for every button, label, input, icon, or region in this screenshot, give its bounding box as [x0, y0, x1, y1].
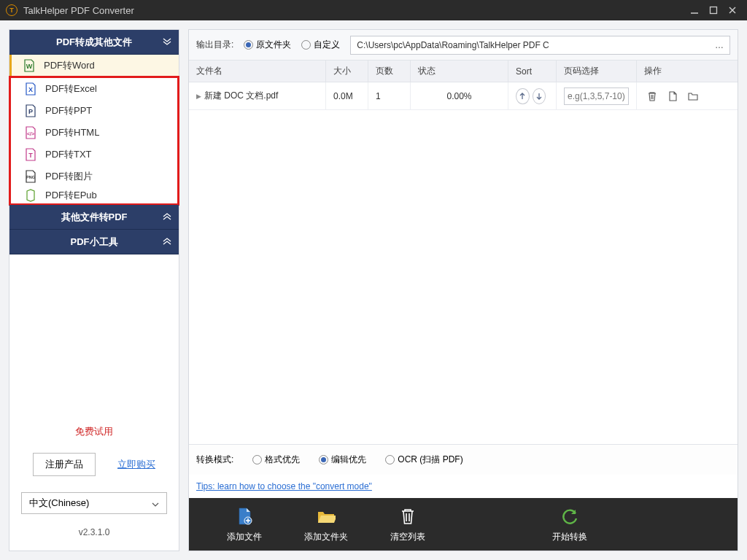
chevron-down-icon: [163, 38, 171, 47]
move-up-button[interactable]: [516, 88, 530, 104]
svg-text:X: X: [28, 86, 33, 93]
tips-link[interactable]: Tips: learn how to choose the "convert m…: [196, 481, 372, 491]
chevron-down-icon: [152, 498, 159, 509]
cell-operations: [637, 82, 724, 109]
language-value: 中文(Chinese): [29, 497, 89, 510]
chevron-up-icon: [163, 238, 171, 246]
register-button[interactable]: 注册产品: [33, 453, 96, 476]
radio-dot-icon: [319, 455, 328, 464]
radio-dot-icon: [252, 455, 262, 464]
sidebar-item-label: PDF转Excel: [45, 82, 97, 96]
sidebar-item-label: PDF转EPub: [45, 189, 97, 202]
minimize-button[interactable]: [686, 3, 703, 18]
radio-custom-folder[interactable]: 自定义: [301, 39, 340, 51]
cell-sort: [508, 82, 557, 109]
cell-size: 0.0M: [326, 82, 368, 109]
svg-text:</>: </>: [27, 131, 34, 136]
image-icon: PNG: [25, 170, 36, 183]
delete-button[interactable]: [644, 88, 660, 104]
output-dir-row: 输出目录: 原文件夹 自定义 C:\Users\pc\AppData\Roami…: [189, 30, 738, 61]
radio-dot-icon: [301, 40, 311, 50]
sidebar-section-convert-from-pdf[interactable]: PDF转成其他文件: [9, 30, 179, 55]
svg-text:T: T: [28, 152, 33, 159]
svg-text:PNG: PNG: [26, 175, 35, 179]
clear-list-button[interactable]: 清空列表: [382, 506, 434, 543]
page-range-input[interactable]: [564, 88, 629, 105]
app-window: T TalkHelper PDF Converter PDF转成其他文件: [0, 0, 747, 560]
sidebar-section-pdf-tools[interactable]: PDF小工具: [9, 230, 179, 254]
chevron-up-icon: [163, 213, 171, 222]
sidebar-section-label: PDF转成其他文件: [56, 36, 132, 49]
sidebar-item-label: PDF转HTML: [45, 126, 99, 139]
radio-original-folder[interactable]: 原文件夹: [244, 39, 291, 51]
col-size: 大小: [326, 61, 368, 82]
titlebar: T TalkHelper PDF Converter: [0, 0, 747, 20]
refresh-icon: [560, 506, 580, 526]
sidebar-item-pdf-to-html[interactable]: </> PDF转HTML: [11, 122, 177, 144]
maximize-button[interactable]: [705, 3, 722, 18]
sidebar-section-convert-to-pdf[interactable]: 其他文件转PDF: [9, 205, 179, 230]
radio-label: 原文件夹: [256, 39, 291, 51]
filename-value: 新建 DOC 文档.pdf: [204, 90, 278, 102]
output-path-field[interactable]: C:\Users\pc\AppData\Roaming\TalkHelper P…: [350, 36, 730, 55]
col-page-range: 页码选择: [557, 61, 637, 82]
add-file-button[interactable]: 添加文件: [218, 506, 271, 543]
cell-status: 0.00%: [411, 82, 508, 109]
output-dir-label: 输出目录:: [196, 39, 233, 51]
open-folder-button[interactable]: [685, 88, 701, 104]
file-add-icon: [234, 506, 255, 526]
radio-label: 编辑优先: [331, 454, 366, 466]
sidebar-item-pdf-to-txt[interactable]: T PDF转TXT: [11, 144, 177, 166]
table-row: ▶ 新建 DOC 文档.pdf 0.0M 1 0.00%: [189, 82, 738, 110]
sidebar-item-pdf-to-epub[interactable]: PDF转EPub: [11, 187, 177, 203]
move-down-button[interactable]: [533, 88, 546, 104]
close-button[interactable]: [724, 3, 741, 18]
language-select[interactable]: 中文(Chinese): [21, 492, 167, 514]
main-panel: 输出目录: 原文件夹 自定义 C:\Users\pc\AppData\Roami…: [188, 29, 738, 551]
sidebar-item-pdf-to-excel[interactable]: X PDF转Excel: [11, 78, 177, 100]
radio-format-priority[interactable]: 格式优先: [252, 454, 300, 466]
convert-mode-label: 转换模式:: [196, 454, 233, 466]
sidebar-section-label: PDF小工具: [71, 236, 118, 249]
folder-add-icon: [316, 506, 336, 526]
app-title: TalkHelper PDF Converter: [23, 5, 686, 16]
sidebar-item-label: PDF转图片: [45, 170, 93, 183]
action-label: 添加文件: [227, 531, 262, 543]
table-header: 文件名 大小 页数 状态 Sort 页码选择 操作: [189, 61, 738, 82]
col-status: 状态: [411, 61, 508, 82]
sidebar-item-label: PDF转PPT: [45, 104, 92, 117]
word-icon: W: [23, 59, 35, 72]
col-filename: 文件名: [189, 61, 326, 82]
radio-label: 自定义: [314, 39, 340, 51]
svg-text:P: P: [28, 108, 33, 115]
radio-edit-priority[interactable]: 编辑优先: [319, 454, 366, 466]
cell-pages: 1: [368, 82, 411, 109]
action-label: 清空列表: [390, 531, 425, 543]
action-label: 开始转换: [552, 531, 587, 543]
radio-label: OCR (扫描 PDF): [398, 454, 462, 466]
highlight-box: X PDF转Excel P PDF转PPT </> P: [9, 76, 179, 206]
epub-icon: [25, 189, 36, 202]
radio-ocr[interactable]: OCR (扫描 PDF): [385, 454, 462, 466]
radio-dot-icon: [385, 455, 395, 464]
col-operations: 操作: [637, 61, 724, 82]
output-path-value: C:\Users\pc\AppData\Roaming\TalkHelper P…: [357, 40, 549, 50]
start-convert-button[interactable]: 开始转换: [543, 506, 596, 543]
excel-icon: X: [25, 82, 36, 96]
trial-label: 免费试用: [75, 425, 113, 438]
sidebar-item-pdf-to-word[interactable]: W PDF转Word: [9, 55, 179, 77]
svg-rect-1: [711, 7, 717, 14]
radio-label: 格式优先: [265, 454, 300, 466]
expand-icon[interactable]: ▶: [196, 93, 201, 100]
html-icon: </>: [25, 126, 36, 139]
sidebar-item-pdf-to-ppt[interactable]: P PDF转PPT: [11, 100, 177, 122]
cell-filename: ▶ 新建 DOC 文档.pdf: [189, 82, 326, 109]
open-file-button[interactable]: [665, 88, 681, 104]
buy-now-link[interactable]: 立即购买: [117, 458, 155, 471]
sidebar-item-pdf-to-image[interactable]: PNG PDF转图片: [11, 166, 177, 187]
action-bar: 添加文件 添加文件夹 清空列表: [189, 498, 738, 551]
txt-icon: T: [25, 148, 36, 161]
sidebar-section-label: 其他文件转PDF: [61, 211, 128, 224]
add-folder-button[interactable]: 添加文件夹: [300, 506, 352, 543]
cell-page-range: [557, 82, 637, 109]
